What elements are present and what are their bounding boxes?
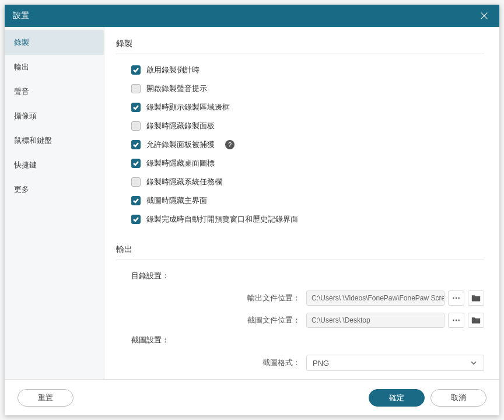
close-button[interactable]: [477, 9, 491, 23]
recording-options: 啟用錄製倒計時 開啟錄製聲音提示 錄製時顯示錄製區域邊框 錄製時隱藏錄製面板 允…: [131, 65, 484, 225]
opt-label: 錄製完成時自動打開預覽窗口和歷史記錄界面: [146, 214, 298, 225]
row-screenshot-format: 截圖格式： PNG: [116, 355, 484, 371]
sidebar-item-output[interactable]: 輸出: [5, 55, 104, 79]
opt-label: 錄製時顯示錄製區域邊框: [146, 102, 230, 113]
ok-button[interactable]: 確定: [369, 389, 425, 407]
opt-hide-main-on-screenshot: 截圖時隱藏主界面: [131, 195, 484, 206]
footer: 重置 確定 取消: [5, 379, 499, 415]
opt-label: 錄製時隱藏系統任務欄: [146, 177, 222, 187]
more-button[interactable]: ⋯: [448, 313, 464, 328]
sidebar-item-sound[interactable]: 聲音: [5, 79, 104, 104]
opt-label: 允許錄製面板被捕獲: [146, 139, 215, 150]
opt-label: 截圖時隱藏主界面: [146, 195, 207, 206]
more-button[interactable]: ⋯: [448, 290, 464, 306]
chevron-down-icon: [470, 359, 478, 367]
cancel-button[interactable]: 取消: [430, 389, 487, 407]
section-title-recording: 錄製: [116, 38, 484, 54]
sub-heading-screenshot: 截圖設置：: [131, 335, 484, 345]
opt-enable-countdown: 啟用錄製倒計時: [131, 65, 484, 75]
titlebar: 設置: [5, 5, 499, 27]
label-screenshot-path: 截圖文件位置：: [131, 315, 306, 326]
opt-label: 啟用錄製倒計時: [146, 65, 200, 75]
output-path-field[interactable]: C:\Users\ \Videos\FonePaw\FonePaw Screen…: [306, 290, 444, 306]
row-output-path: 輸出文件位置： C:\Users\ \Videos\FonePaw\FonePa…: [116, 290, 484, 306]
opt-label: 錄製時隱藏錄製面板: [146, 121, 215, 131]
label-screenshot-format: 截圖格式：: [131, 358, 306, 368]
folder-icon[interactable]: [468, 313, 484, 328]
screenshot-format-select[interactable]: PNG: [306, 355, 484, 371]
opt-allow-capture-panel: 允許錄製面板被捕獲 ?: [131, 139, 484, 150]
sub-heading-dir: 目錄設置：: [131, 271, 484, 281]
section-title-output: 輸出: [116, 244, 484, 260]
screenshot-path-field[interactable]: C:\Users\ \Desktop: [306, 313, 444, 328]
folder-icon[interactable]: [468, 290, 484, 306]
checkbox[interactable]: [131, 84, 141, 93]
checkbox[interactable]: [131, 159, 141, 168]
row-screenshot-path: 截圖文件位置： C:\Users\ \Desktop ⋯: [116, 313, 484, 328]
label-output-path: 輸出文件位置：: [131, 293, 306, 303]
checkbox[interactable]: [131, 65, 141, 75]
window-title: 設置: [13, 10, 29, 21]
window-body: 錄製 輸出 聲音 攝像頭 鼠標和鍵盤 快捷鍵 更多 錄製 啟用錄製倒計時 開啟錄…: [5, 27, 499, 379]
sidebar: 錄製 輸出 聲音 攝像頭 鼠標和鍵盤 快捷鍵 更多: [5, 27, 104, 379]
sidebar-item-more[interactable]: 更多: [5, 177, 104, 202]
settings-window: 設置 錄製 輸出 聲音 攝像頭 鼠標和鍵盤 快捷鍵 更多 錄製 啟用錄製倒計時: [5, 5, 499, 415]
sidebar-item-camera[interactable]: 攝像頭: [5, 104, 104, 128]
opt-hide-panel: 錄製時隱藏錄製面板: [131, 121, 484, 131]
opt-label: 開啟錄製聲音提示: [146, 83, 207, 94]
opt-hide-taskbar: 錄製時隱藏系統任務欄: [131, 177, 484, 187]
content-area[interactable]: 錄製 啟用錄製倒計時 開啟錄製聲音提示 錄製時顯示錄製區域邊框 錄製時隱藏錄製面…: [104, 27, 499, 379]
opt-open-preview-after: 錄製完成時自動打開預覽窗口和歷史記錄界面: [131, 214, 484, 225]
help-icon[interactable]: ?: [225, 140, 235, 149]
opt-hide-desktop-icons: 錄製時隱藏桌面圖標: [131, 158, 484, 169]
checkbox[interactable]: [131, 121, 141, 131]
sidebar-item-hotkeys[interactable]: 快捷鍵: [5, 153, 104, 177]
select-value: PNG: [313, 359, 329, 368]
checkbox[interactable]: [131, 196, 141, 205]
opt-show-border: 錄製時顯示錄製區域邊框: [131, 102, 484, 113]
opt-label: 錄製時隱藏桌面圖標: [146, 158, 215, 169]
sidebar-item-mouse-keyboard[interactable]: 鼠標和鍵盤: [5, 128, 104, 153]
checkbox[interactable]: [131, 215, 141, 224]
opt-sound-hint: 開啟錄製聲音提示: [131, 83, 484, 94]
checkbox[interactable]: [131, 103, 141, 112]
reset-button[interactable]: 重置: [18, 389, 74, 407]
checkbox[interactable]: [131, 177, 141, 187]
checkbox[interactable]: [131, 140, 141, 149]
sidebar-item-recording[interactable]: 錄製: [5, 30, 104, 55]
